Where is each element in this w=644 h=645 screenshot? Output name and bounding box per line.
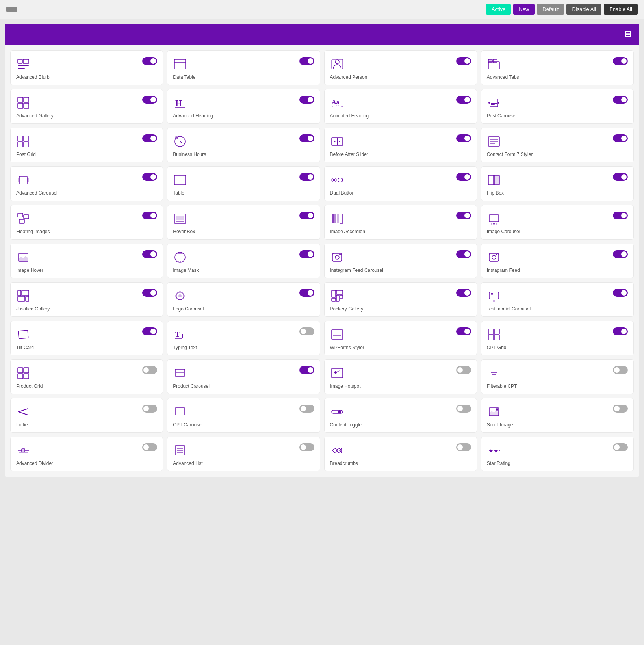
svg-point-121	[338, 410, 341, 413]
module-toggle[interactable]	[456, 289, 471, 297]
module-top	[330, 212, 471, 226]
svg-rect-69	[176, 253, 184, 261]
module-toggle[interactable]	[299, 96, 314, 104]
module-name: Image Accordion	[330, 229, 365, 234]
module-toggle[interactable]	[142, 405, 157, 413]
module-top	[16, 57, 157, 71]
module-toggle[interactable]	[456, 250, 471, 258]
module-toggle[interactable]	[142, 57, 157, 65]
module-toggle[interactable]	[299, 366, 314, 374]
module-toggle[interactable]	[299, 57, 314, 65]
module-card: Table	[167, 166, 320, 201]
module-toggle[interactable]	[299, 134, 314, 142]
module-icon	[16, 212, 30, 226]
svg-rect-100	[488, 329, 494, 334]
module-card: CPT Carousel	[167, 398, 320, 433]
save-button[interactable]	[6, 7, 17, 12]
module-top	[487, 57, 628, 71]
module-toggle[interactable]	[613, 173, 628, 181]
module-top: Aa	[330, 96, 471, 110]
module-toggle[interactable]	[142, 327, 157, 335]
module-toggle[interactable]	[456, 366, 471, 374]
module-toggle[interactable]	[613, 405, 628, 413]
module-toggle[interactable]	[613, 366, 628, 374]
module-toggle[interactable]	[299, 250, 314, 258]
module-card: Breadcrumbs	[324, 437, 477, 471]
module-toggle[interactable]	[142, 289, 157, 297]
module-toggle[interactable]	[613, 289, 628, 297]
module-toggle[interactable]	[142, 96, 157, 104]
module-icon	[173, 366, 187, 380]
filter-disable-all[interactable]: Disable All	[566, 4, 601, 15]
module-icon	[330, 366, 344, 380]
module-icon	[16, 57, 30, 71]
module-card: Floating Images	[10, 205, 163, 240]
module-toggle[interactable]	[456, 327, 471, 335]
module-card: Instagram Feed	[481, 244, 634, 278]
filter-new[interactable]: New	[513, 4, 535, 15]
svg-rect-118	[175, 408, 185, 415]
module-toggle[interactable]	[613, 327, 628, 335]
module-toggle[interactable]	[299, 443, 314, 451]
svg-rect-125	[22, 449, 25, 452]
svg-rect-13	[493, 59, 497, 63]
module-top	[330, 173, 471, 187]
module-card: Post Carousel	[481, 89, 634, 124]
module-toggle[interactable]	[142, 212, 157, 219]
module-toggle[interactable]	[142, 173, 157, 181]
module-card: " Testimonial Carousel	[481, 282, 634, 317]
module-toggle[interactable]	[142, 134, 157, 142]
module-card: Before After Slider	[324, 128, 477, 162]
module-toggle[interactable]	[456, 57, 471, 65]
module-toggle[interactable]	[142, 366, 157, 374]
module-toggle[interactable]	[299, 327, 314, 335]
filter-active[interactable]: Active	[486, 4, 511, 15]
module-name: Star Rating	[487, 461, 510, 466]
module-toggle[interactable]	[456, 134, 471, 142]
module-name: Product Grid	[16, 383, 43, 389]
module-toggle[interactable]	[456, 96, 471, 104]
module-toggle[interactable]	[613, 96, 628, 104]
module-toggle[interactable]	[456, 443, 471, 451]
module-toggle[interactable]	[299, 289, 314, 297]
module-card: Advanced Gallery	[10, 89, 163, 124]
module-toggle[interactable]	[299, 405, 314, 413]
module-top	[173, 250, 314, 264]
module-toggle[interactable]	[613, 443, 628, 451]
svg-rect-41	[19, 176, 27, 184]
module-toggle[interactable]	[299, 173, 314, 181]
svg-rect-87	[336, 295, 339, 301]
module-icon: "	[487, 289, 501, 303]
module-top	[487, 173, 628, 187]
module-card: H Advanced Heading	[167, 89, 320, 124]
module-toggle[interactable]	[613, 134, 628, 142]
module-icon	[16, 173, 30, 187]
module-card: Advanced Person	[324, 50, 477, 85]
module-name: Logo Carousel	[173, 306, 204, 312]
module-icon	[330, 405, 344, 419]
svg-rect-60	[334, 214, 336, 223]
module-top	[16, 366, 157, 380]
svg-rect-54	[24, 215, 29, 219]
module-toggle[interactable]	[613, 57, 628, 65]
module-toggle[interactable]	[456, 405, 471, 413]
svg-rect-110	[332, 368, 343, 378]
svg-point-68	[175, 252, 185, 262]
module-card: Logo Carousel	[167, 282, 320, 317]
module-icon: ★★★	[487, 443, 501, 457]
module-toggle[interactable]	[456, 212, 471, 219]
module-name: Typing Text	[173, 345, 197, 350]
svg-rect-86	[336, 290, 343, 294]
module-toggle[interactable]	[456, 173, 471, 181]
filter-enable-all[interactable]: Enable All	[604, 4, 638, 15]
module-toggle[interactable]	[142, 250, 157, 258]
module-toggle[interactable]	[299, 212, 314, 219]
module-card: ★★★ Star Rating	[481, 437, 634, 471]
module-toggle[interactable]	[142, 443, 157, 451]
module-top	[173, 134, 314, 149]
module-card: Image Accordion	[324, 205, 477, 240]
filter-default[interactable]: Default	[537, 4, 564, 15]
module-toggle[interactable]	[613, 250, 628, 258]
module-name: Advanced Person	[330, 74, 367, 80]
module-toggle[interactable]	[613, 212, 628, 219]
